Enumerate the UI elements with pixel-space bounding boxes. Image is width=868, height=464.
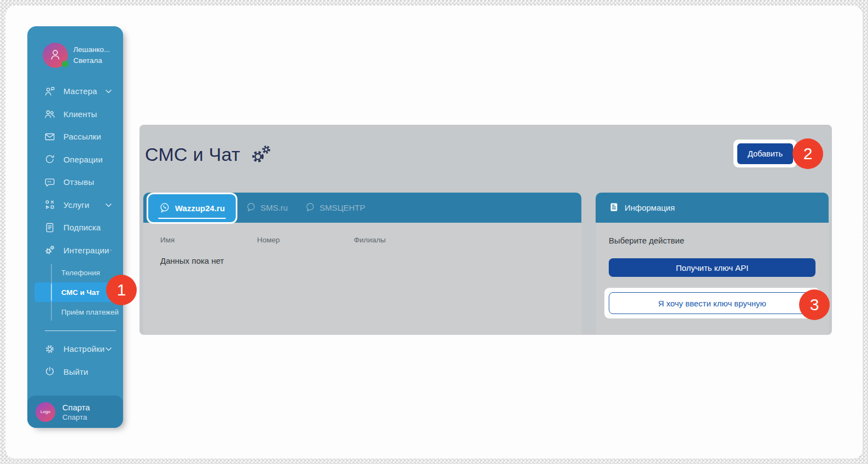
sidebar-item-mailings[interactable]: Рассылки bbox=[27, 125, 123, 148]
annotation-step-2: 2 bbox=[793, 138, 823, 169]
sidebar-item-logout[interactable]: Выйти bbox=[27, 361, 123, 384]
tab-label: SMSЦЕНТР bbox=[319, 203, 365, 212]
user-name-line2: Светала bbox=[73, 55, 110, 66]
add-button[interactable]: Добавить bbox=[737, 143, 793, 164]
sidebar-item-reviews[interactable]: Отзывы bbox=[27, 171, 123, 194]
sidebar-item-settings[interactable]: Настройки bbox=[27, 338, 123, 361]
org-name: Спарта bbox=[62, 402, 90, 413]
user-avatar bbox=[43, 43, 68, 68]
sidebar-item-label: Рассылки bbox=[63, 132, 112, 141]
clients-icon bbox=[44, 108, 56, 120]
person-icon bbox=[48, 47, 63, 64]
services-icon bbox=[44, 199, 56, 211]
integrations-icon bbox=[44, 244, 56, 256]
tab-smscentr[interactable]: SMSЦЕНТР bbox=[296, 193, 374, 223]
submenu-guide-line bbox=[51, 264, 52, 321]
annotation-step-1: 1 bbox=[106, 275, 137, 305]
sidebar-subitem-label: Приём платежей bbox=[61, 308, 119, 316]
tab-label: Wazzup24.ru bbox=[175, 204, 225, 213]
masters-icon bbox=[44, 85, 56, 97]
sidebar-item-services[interactable]: Услуги bbox=[27, 194, 123, 217]
sidebar-subitem-payments[interactable]: Приём платежей bbox=[27, 302, 123, 322]
app-window: Лешанко... Светала Мастера bbox=[5, 5, 863, 459]
sidebar-item-integrations[interactable]: Интеграции bbox=[27, 239, 123, 262]
sidebar-item-label: Мастера bbox=[63, 86, 105, 96]
info-card-title: Информация bbox=[625, 203, 675, 212]
column-header-branches: Филиалы bbox=[354, 236, 451, 244]
tab-label: SMS.ru bbox=[260, 203, 288, 212]
content-cards: Wazzup24.ru SMS.ru bbox=[139, 193, 832, 335]
sidebar-item-label: Клиенты bbox=[63, 109, 112, 119]
sidebar-item-operations[interactable]: Операции bbox=[27, 148, 123, 171]
org-subname: Спарта bbox=[62, 413, 90, 421]
sidebar: Лешанко... Светала Мастера bbox=[27, 26, 123, 428]
annotation-step-3: 3 bbox=[799, 289, 830, 320]
chevron-down-icon bbox=[105, 345, 112, 352]
sidebar-item-label: Услуги bbox=[63, 200, 105, 210]
info-prompt: Выберите действие bbox=[609, 236, 815, 245]
org-names: Спарта Спарта bbox=[62, 402, 90, 421]
main-panel: СМС и Чат Добавить bbox=[139, 125, 832, 335]
get-api-key-button[interactable]: Получить ключ API bbox=[609, 258, 815, 277]
active-tab-underline bbox=[158, 218, 226, 219]
org-switcher[interactable]: Logo Спарта Спарта bbox=[27, 396, 123, 428]
whatsapp-icon bbox=[159, 202, 170, 215]
user-name: Лешанко... Светала bbox=[73, 44, 110, 67]
sidebar-subitem-label: СМС и Чат bbox=[61, 288, 100, 297]
online-status-dot bbox=[62, 61, 68, 67]
info-card: Информация Выберите действие Получить кл… bbox=[596, 193, 829, 335]
subscription-icon bbox=[44, 222, 56, 234]
column-header-number: Номер bbox=[257, 236, 354, 244]
page-title: СМС и Чат bbox=[145, 144, 240, 165]
chevron-down-icon bbox=[105, 201, 112, 208]
mail-icon bbox=[44, 131, 56, 143]
provider-tabbar: Wazzup24.ru SMS.ru bbox=[143, 193, 581, 223]
providers-card: Wazzup24.ru SMS.ru bbox=[143, 193, 581, 335]
sidebar-item-label: Выйти bbox=[63, 367, 112, 376]
sidebar-nav: Мастера Клиенты bbox=[27, 80, 123, 383]
user-name-line1: Лешанко... bbox=[73, 44, 110, 55]
sidebar-subitem-label: Телефония bbox=[61, 269, 100, 277]
org-logo: Logo bbox=[36, 402, 55, 422]
sidebar-divider bbox=[45, 330, 116, 331]
sidebar-item-label: Настройки bbox=[63, 344, 105, 353]
tab-wazzup24[interactable]: Wazzup24.ru bbox=[147, 193, 237, 224]
logout-icon bbox=[44, 366, 56, 378]
chevron-down-icon bbox=[105, 88, 112, 95]
column-header-name: Имя bbox=[160, 236, 257, 244]
add-button-highlight: Добавить bbox=[733, 140, 797, 167]
enter-key-manually-button[interactable]: Я хочу ввести ключ вручную bbox=[609, 292, 815, 314]
info-card-header: Информация bbox=[596, 193, 829, 223]
operations-icon bbox=[44, 153, 56, 165]
table-header-row: Имя Номер Филиалы bbox=[143, 223, 581, 244]
sidebar-item-label: Отзывы bbox=[63, 177, 112, 187]
user-profile[interactable]: Лешанко... Светала bbox=[43, 43, 110, 68]
chat-bubble-icon bbox=[305, 202, 315, 213]
chevron-up-icon bbox=[109, 247, 112, 254]
sidebar-item-label: Подписка bbox=[63, 223, 112, 232]
tab-smsru[interactable]: SMS.ru bbox=[237, 193, 296, 223]
sidebar-item-subscription[interactable]: Подписка bbox=[27, 216, 123, 239]
chat-bubble-icon bbox=[246, 202, 256, 213]
sidebar-item-masters[interactable]: Мастера bbox=[27, 80, 123, 103]
sidebar-item-label: Интеграции bbox=[63, 246, 109, 255]
settings-gears-icon[interactable] bbox=[249, 143, 273, 165]
empty-state-text: Данных пока нет bbox=[160, 256, 581, 265]
settings-icon bbox=[44, 343, 56, 355]
document-icon bbox=[609, 202, 619, 214]
sidebar-subitem-telephony[interactable]: Телефония bbox=[27, 263, 123, 282]
sidebar-item-label: Операции bbox=[63, 155, 112, 164]
reviews-icon bbox=[44, 176, 56, 188]
providers-table: Имя Номер Филиалы Данных пока нет bbox=[143, 223, 581, 335]
info-card-body: Выберите действие Получить ключ API Я хо… bbox=[596, 223, 829, 335]
page-title-row: СМС и Чат bbox=[145, 143, 273, 165]
sidebar-item-clients[interactable]: Клиенты bbox=[27, 103, 123, 126]
manual-key-highlight: Я хочу ввести ключ вручную bbox=[604, 288, 820, 318]
